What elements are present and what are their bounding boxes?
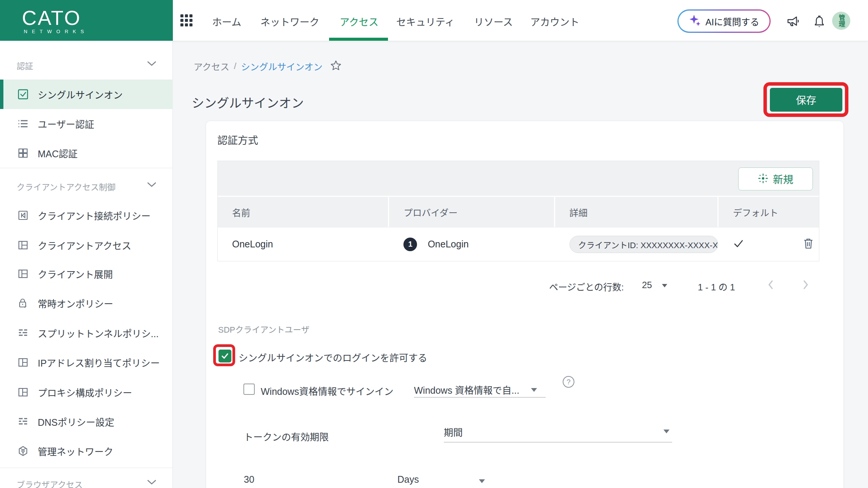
token-unit-select[interactable]: Days [397,474,419,485]
sidebar-item-managed-network[interactable]: 管理ネットワーク [0,436,173,466]
app-root: CATO NETWORKS ホーム ネットワーク アクセス セキュリティ リソー… [0,0,868,488]
breadcrumb-current[interactable]: シングルサインオン [241,60,322,73]
pagination-range: 1 - 1 の 1 [698,280,735,293]
chevron-down-icon [146,479,157,487]
sidebar-item-label: クライアント展開 [38,267,113,281]
token-expiry-label: トークンの有効期限 [244,430,329,443]
breadcrumb: アクセス / シングルサインオン [194,59,342,73]
sidebar-section-browser-access[interactable]: ブラウザアクセス [17,478,83,488]
divider [0,168,173,168]
default-checkmark-icon [733,238,744,251]
sso-settings-card: 認証方式 新規 [206,121,844,488]
sidebar-item-single-sign-on[interactable]: シングルサインオン [0,80,173,109]
cato-logo[interactable]: CATO NETWORKS [0,0,173,41]
page-next-icon[interactable] [802,279,810,292]
nav-access[interactable]: アクセス [340,14,379,28]
ask-ai-button[interactable]: AIに質問する [677,9,771,33]
allow-sso-checkbox[interactable] [219,350,231,362]
windows-credentials-select[interactable]: Windows 資格情報で自... [414,383,519,396]
nav-network[interactable]: ネットワーク [260,14,319,28]
sidebar-item-label: 常時オンポリシー [38,296,113,310]
allow-sso-label: シングルサインオンでのログインを許可する [239,350,427,364]
windows-credentials-label: Windows資格情報でサインイン [261,384,393,397]
cube-icon [17,445,29,457]
new-button[interactable]: 新規 [738,167,813,190]
grid-icon [17,147,29,160]
row-provider: OneLogin [428,239,468,250]
breadcrumb-parent[interactable]: アクセス [194,60,229,73]
sidebar-section-auth[interactable]: 認証 [17,59,33,71]
sidebar-item-always-on-policy[interactable]: 常時オンポリシー [0,289,173,318]
favorite-star-icon[interactable] [330,60,342,73]
sidebar-item-label: MAC認証 [38,146,78,160]
table-toolbar: 新規 [218,161,819,197]
sidebar-item-dns-policy[interactable]: DNSポリシー設定 [0,407,173,436]
bell-icon[interactable] [811,12,828,31]
sidebar-item-label: プロキシ構成ポリシー [38,385,132,399]
sidebar-item-user-auth[interactable]: ユーザー認証 [0,109,173,138]
rows-icon [17,415,29,428]
megaphone-icon[interactable] [785,13,802,31]
nav-security[interactable]: セキュリティ [396,14,454,28]
rows-per-page-caret-icon [662,284,667,287]
nav-account[interactable]: アカウント [530,14,579,28]
layout-icon [17,239,29,252]
client-id-chip: クライアントID: XXXXXXXX-XXXX-X [569,236,718,253]
save-button[interactable]: 保存 [770,88,842,112]
windows-credentials-checkbox[interactable] [243,384,255,395]
divider [0,468,173,468]
sidebar-item-label: IPアドレス割り当てポリシー [38,356,160,369]
auth-methods-heading: 認証方式 [217,132,258,147]
sidebar-item-mac-auth[interactable]: MAC認証 [0,138,173,168]
apps-grid-icon[interactable] [180,14,193,27]
sidebar-item-proxy-config-policy[interactable]: プロキシ構成ポリシー [0,378,173,407]
column-header-default: デフォルト [719,197,819,227]
table-header-row: 名前 プロバイダー 詳細 デフォルト [218,197,819,227]
column-header-details: 詳細 [555,197,717,227]
delete-icon[interactable] [802,237,814,252]
lock-check-icon [17,297,29,310]
provider-badge: 1 [403,238,417,251]
sidebar-item-client-connection-policy[interactable]: クライアント接続ポリシー [0,201,173,230]
nav-resources[interactable]: リソース [474,14,513,28]
rows-per-page-select[interactable]: 25 [642,280,652,290]
sidebar-item-split-tunnel-policy[interactable]: スプリットトンネルポリシ... [0,318,173,348]
chevron-down-icon [146,60,157,69]
layout-icon [17,386,29,399]
sidebar-item-label: クライアントアクセス [38,238,131,252]
avatar[interactable]: 管理 [832,12,850,30]
rows-icon [17,327,29,339]
token-type-underline [444,442,672,442]
new-button-label: 新規 [773,172,793,186]
help-icon[interactable]: ? [563,376,574,388]
column-header-name: 名前 [218,197,388,227]
table-row[interactable]: OneLogin 1 OneLogin クライアントID: XXXXXXXX-X… [218,227,819,261]
token-value-input[interactable]: 30 [244,474,254,485]
rows-per-page-label: ページごとの行数: [549,280,624,293]
row-name: OneLogin [232,239,273,250]
sidebar: 認証 シングルサインオン ユーザー認証 [0,41,173,488]
sidebar-item-label: ユーザー認証 [38,117,94,130]
sidebar-section-client-access-control[interactable]: クライアントアクセス制御 [17,180,115,192]
page-prev-icon[interactable] [766,279,775,292]
sidebar-item-label: 管理ネットワーク [38,444,113,458]
token-unit-caret-icon [479,479,485,483]
layout-icon [17,356,29,369]
sidebar-item-client-rollout[interactable]: クライアント展開 [0,259,173,289]
sparkle-icon [689,14,702,28]
new-burst-icon [758,173,768,185]
windows-select-caret-icon [531,388,537,392]
token-type-select[interactable]: 期間 [444,425,463,439]
sidebar-item-label: クライアント接続ポリシー [38,209,151,222]
sidebar-item-label: DNSポリシー設定 [38,415,114,428]
sidebar-item-client-access[interactable]: クライアントアクセス [0,230,173,260]
logo-subtext: NETWORKS [24,29,88,34]
chevron-down-icon [146,181,157,190]
client-id-text: クライアントID: XXXXXXXX-XXXX-X [578,238,718,250]
checkbox-check-icon [17,88,29,101]
nav-home[interactable]: ホーム [212,14,241,28]
sidebar-item-label: シングルサインオン [38,87,123,101]
skip-back-square-icon [17,209,29,222]
sidebar-item-ip-allocation-policy[interactable]: IPアドレス割り当てポリシー [0,348,173,377]
ask-ai-label: AIに質問する [705,15,759,28]
